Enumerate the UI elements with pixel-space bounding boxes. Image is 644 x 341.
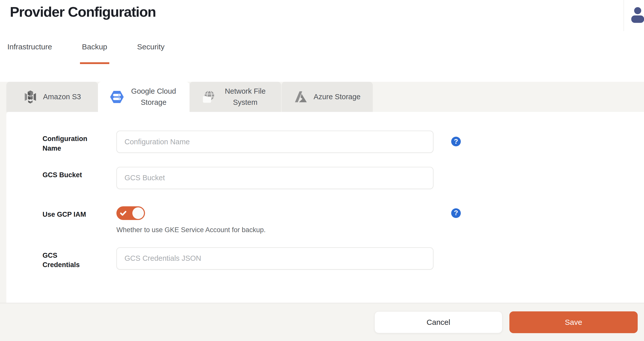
toggle-knob [132, 207, 144, 219]
tab-security[interactable]: Security [135, 31, 167, 64]
tab-backup[interactable]: Backup [80, 31, 109, 64]
gcs-bucket-row: GCS Bucket [43, 167, 644, 189]
question-mark-glyph: ? [454, 209, 458, 217]
provider-tab-label: Amazon S3 [43, 91, 81, 103]
header-divider [624, 0, 624, 31]
save-button[interactable]: Save [509, 311, 638, 333]
page-title: Provider Configuration [10, 4, 156, 20]
provider-tab-label: Google Cloud Storage [130, 86, 178, 108]
provider-tab-google-cloud-storage[interactable]: Google Cloud Storage [98, 82, 190, 112]
tab-infrastructure[interactable]: Infrastructure [5, 31, 54, 64]
use-gcp-iam-row: Use GCP IAM Whether to use GKE Service A… [43, 206, 644, 234]
use-gcp-iam-label: Use GCP IAM [43, 206, 116, 219]
amazon-s3-icon [23, 90, 37, 104]
help-icon[interactable]: ? [451, 137, 461, 146]
gcs-credentials-label: GCS Credentials [43, 247, 116, 270]
provider-tab-label: Azure Storage [314, 91, 360, 103]
gcs-bucket-label: GCS Bucket [43, 167, 116, 180]
footer-actions: Cancel Save [0, 303, 644, 341]
gcs-credentials-row: GCS Credentials [43, 247, 644, 270]
question-mark-glyph: ? [454, 138, 458, 146]
network-file-system-icon [201, 90, 216, 104]
provider-tab-azure-storage[interactable]: Azure Storage [281, 82, 373, 112]
check-icon [120, 210, 127, 217]
main-nav-tabs: Infrastructure Backup Security [5, 31, 167, 64]
google-cloud-storage-icon [110, 90, 124, 104]
provider-tab-label: Network File System [221, 86, 269, 108]
cancel-button[interactable]: Cancel [375, 311, 502, 333]
gcs-bucket-input[interactable] [116, 167, 433, 189]
configuration-name-row: Configuration Name ? [43, 131, 644, 153]
content-area: Amazon S3 Google Cloud Storage [0, 82, 644, 341]
help-icon[interactable]: ? [451, 208, 461, 218]
configuration-name-input[interactable] [116, 131, 433, 153]
user-icon[interactable] [628, 5, 644, 25]
azure-storage-icon [294, 90, 308, 104]
app-header: Provider Configuration Infrastructure Ba… [0, 0, 644, 64]
use-gcp-iam-helper-text: Whether to use GKE Service Account for b… [116, 226, 433, 234]
gcs-credentials-input[interactable] [116, 247, 433, 270]
provider-tab-amazon-s3[interactable]: Amazon S3 [6, 82, 98, 112]
use-gcp-iam-toggle[interactable] [116, 206, 145, 220]
configuration-name-label: Configuration Name [43, 131, 116, 153]
provider-tab-network-file-system[interactable]: Network File System [190, 82, 281, 112]
provider-config-panel: Configuration Name ? GCS Bucket Use GCP … [6, 112, 644, 303]
provider-tabs: Amazon S3 Google Cloud Storage [6, 82, 644, 112]
